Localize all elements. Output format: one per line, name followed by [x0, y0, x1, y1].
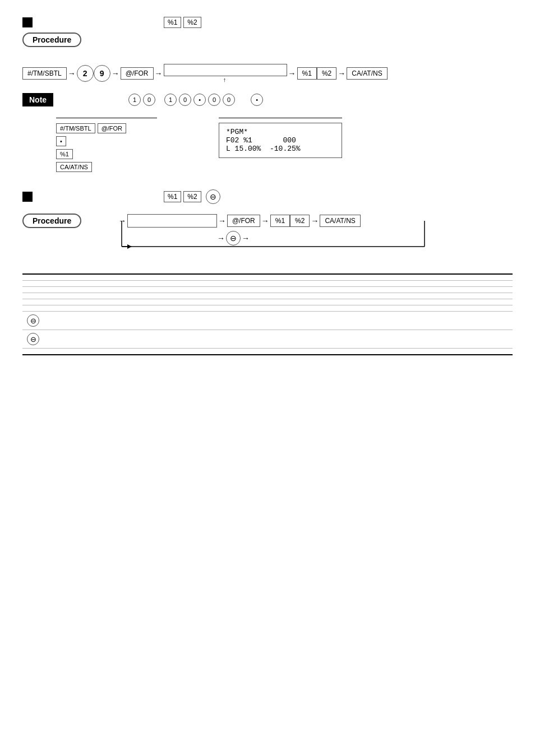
- procedure-label-1: Procedure: [22, 33, 81, 47]
- table-cell-left-7: ⊖: [22, 312, 202, 330]
- note-key-dot2: •: [251, 94, 263, 106]
- note-key-1b: 1: [164, 94, 177, 106]
- table-cell-right-9: [202, 349, 513, 355]
- table-row-3: [22, 287, 513, 293]
- two-col-diagram: #/TM/SBTL @/FOR • %1 CA/AT/NS *PGM* F02 …: [56, 118, 513, 173]
- table-cell-right-2: [202, 281, 513, 287]
- table-row-9: [22, 349, 513, 355]
- table-cell-left-4: [22, 293, 202, 299]
- table-cell-right-3: [202, 287, 513, 293]
- table-cell-right-7: [202, 312, 513, 330]
- arrow-1: →: [68, 69, 76, 78]
- note-key-0b: 0: [179, 94, 191, 106]
- diag-key-for: @/FOR: [98, 123, 126, 133]
- diag-key-percent1: %1: [56, 149, 73, 159]
- table-cell-left-5: [22, 299, 202, 305]
- table-cell-right-4: [202, 293, 513, 299]
- section1-key-boxes: %1 %2: [38, 17, 201, 28]
- arrow-2: →: [112, 69, 119, 78]
- note-key-0c: 0: [208, 94, 220, 106]
- bullet-square: [22, 17, 33, 27]
- bottom-table: ⊖ ⊖: [22, 273, 513, 355]
- arrow-3: →: [155, 69, 163, 78]
- key-ca-at-ns: CA/AT/NS: [347, 67, 387, 80]
- flow-diagram-1: #/TM/SBTL → 2 9 → @/FOR → ↑ → %1 %2 → CA…: [22, 64, 513, 83]
- left-row-3: %1: [56, 149, 73, 160]
- diag-key-ca: CA/AT/NS: [56, 162, 92, 172]
- table-cell-right-5: [202, 299, 513, 305]
- table-row-8: ⊖: [22, 330, 513, 349]
- table-cell-left-9: [22, 349, 202, 355]
- key2-minus: ⊖: [206, 189, 220, 204]
- left-row-1: #/TM/SBTL @/FOR: [56, 123, 126, 134]
- table-row-6: [22, 305, 513, 312]
- key-2: 2: [77, 65, 94, 82]
- key-at-for-2: @/FOR: [227, 215, 260, 227]
- arrow-after-for: →: [261, 216, 269, 225]
- key-percent2-flow: %2: [317, 67, 336, 80]
- key-percent1-flow: %1: [297, 67, 317, 80]
- note-key-0d: 0: [223, 94, 235, 106]
- table-minus-2: ⊖: [27, 333, 39, 345]
- key2-percent1: %1: [164, 191, 181, 202]
- key-p2-2: %2: [290, 215, 310, 227]
- section1-header: %1 %2: [22, 17, 513, 28]
- table-row-5: [22, 299, 513, 305]
- arrow-to-for: →: [218, 216, 226, 225]
- bullet-square-2: [22, 192, 33, 202]
- pgm-line1: *PGM*: [226, 128, 335, 136]
- key-9: 9: [94, 65, 110, 82]
- note-key-1: 1: [128, 94, 141, 106]
- key-ca-2: CA/AT/NS: [320, 215, 360, 227]
- input-box-1: [164, 64, 287, 76]
- left-row-2: •: [56, 136, 66, 147]
- section2-key-boxes: %1 %2 ⊖: [38, 189, 220, 204]
- table-cell-left-3: [22, 287, 202, 293]
- bottom-table-section: ⊖ ⊖: [22, 273, 513, 355]
- arrow-to-minus: →: [217, 234, 225, 243]
- table-cell-left-1: [22, 274, 202, 281]
- table-cell-right-8: [202, 330, 513, 349]
- note-label: Note: [22, 93, 53, 106]
- diagram-right-col: *PGM* F02 %1 000 L 15.00% -10.25%: [219, 118, 342, 158]
- key-percent2: %2: [183, 17, 201, 28]
- key-percent1: %1: [164, 17, 181, 28]
- arrow-from-minus: →: [242, 234, 250, 243]
- table-row-4: [22, 293, 513, 299]
- pgm-display: *PGM* F02 %1 000 L 15.00% -10.25%: [219, 123, 342, 158]
- left-row-4: CA/AT/NS: [56, 161, 92, 173]
- pgm-line2: F02 %1 000: [226, 136, 335, 145]
- flow-diagram-2-wrapper: → → @/FOR → %1 %2 → CA/AT/NS → ⊖ →: [117, 214, 361, 245]
- table-row-7: ⊖: [22, 312, 513, 330]
- input-box-2: [127, 214, 217, 228]
- pgm-line3: L 15.00% -10.25%: [226, 145, 335, 153]
- note-key-dot: •: [193, 94, 206, 106]
- key-hash-tm-sbtl: #/TM/SBTL: [22, 67, 67, 80]
- arrow-to-ca: →: [311, 216, 319, 225]
- table-minus-1: ⊖: [27, 314, 39, 327]
- diag-key-dot: •: [56, 136, 66, 146]
- note-section: Note 1 0 1 0 • 0 0 •: [22, 93, 513, 106]
- key-p1-2: %1: [270, 215, 290, 227]
- table-row-2: [22, 281, 513, 287]
- table-cell-right-1: [202, 274, 513, 281]
- note-key-0: 0: [143, 94, 155, 106]
- table-cell-right-6: [202, 305, 513, 312]
- key-at-for: @/FOR: [121, 67, 154, 80]
- key-minus-2: ⊖: [226, 231, 241, 245]
- arrow-loop-left: →: [118, 216, 126, 225]
- diagram-left-col: #/TM/SBTL @/FOR • %1 CA/AT/NS: [56, 118, 157, 173]
- arrow-5: →: [338, 69, 345, 78]
- key2-percent2: %2: [183, 191, 201, 202]
- diag-key-hash: #/TM/SBTL: [56, 123, 95, 133]
- procedure-label-2: Procedure: [22, 214, 81, 228]
- note-sequence: 1 0 1 0 • 0 0 •: [59, 94, 263, 106]
- table-row-1: [22, 274, 513, 281]
- table-cell-left-2: [22, 281, 202, 287]
- table-cell-left-6: [22, 305, 202, 312]
- table-cell-left-8: ⊖: [22, 330, 202, 349]
- section2-header: %1 %2 ⊖: [22, 189, 513, 204]
- left-key-sequence: #/TM/SBTL @/FOR • %1 CA/AT/NS: [56, 123, 157, 173]
- arrow-4: →: [288, 69, 296, 78]
